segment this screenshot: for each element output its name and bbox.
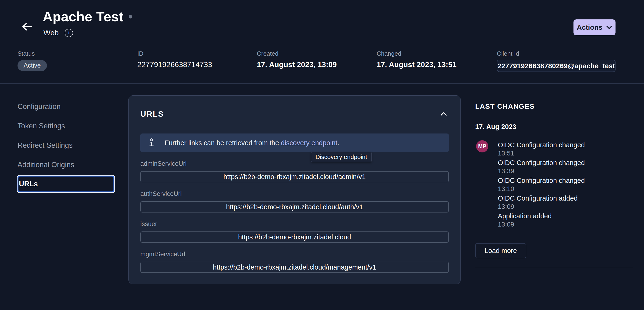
field-auth-service-url: authServiceUrl https://b2b-demo-rbxajm.z…: [140, 190, 449, 213]
field-label: issuer: [140, 220, 449, 228]
field-value[interactable]: https://b2b-demo-rbxajm.zitadel.cloud/ad…: [140, 171, 449, 182]
meta-status: Status Active: [18, 50, 47, 71]
meta-client-id: Client Id 227791926638780269@apache_test: [497, 50, 616, 72]
event-title: OIDC Configuration changed: [498, 141, 585, 149]
banner-text-before: Further links can be retrieved from the: [164, 139, 281, 146]
info-circle-icon[interactable]: i: [65, 29, 73, 37]
created-label: Created: [257, 50, 337, 57]
event-time: 13:09: [498, 221, 585, 228]
event-title: OIDC Configuration changed: [498, 177, 585, 185]
created-value: 17. August 2023, 13:09: [257, 60, 337, 69]
meta-created: Created 17. August 2023, 13:09: [257, 50, 337, 69]
list-item: OIDC Configuration changed 13:51: [498, 141, 585, 159]
discovery-endpoint-tooltip: Discovery endpoint: [311, 152, 372, 162]
field-issuer: issuer https://b2b-demo-rbxajm.zitadel.c…: [140, 220, 449, 243]
event-title: OIDC Configuration added: [498, 195, 585, 202]
status-label: Status: [18, 50, 47, 57]
urls-card-title: URLS: [140, 109, 164, 118]
changes-event-list: OIDC Configuration changed 13:51 OIDC Co…: [498, 141, 585, 230]
banner-text-after: .: [338, 139, 339, 146]
id-label: ID: [137, 50, 212, 57]
app-title-row: Apache Test: [43, 9, 132, 24]
client-id-label: Client Id: [497, 50, 616, 57]
client-id-value[interactable]: 227791926638780269@apache_test: [497, 60, 616, 72]
nav-item-token-settings[interactable]: Token Settings: [18, 116, 114, 136]
list-item: OIDC Configuration changed 13:39: [498, 159, 585, 177]
event-title: Application added: [498, 212, 585, 220]
changes-divider: [475, 268, 633, 268]
back-button[interactable]: [20, 19, 34, 34]
meta-id: ID 227791926638714733: [137, 50, 212, 69]
id-value: 227791926638714733: [137, 60, 212, 69]
status-dot-icon: [129, 15, 132, 19]
changed-value: 17. August 2023, 13:51: [377, 60, 456, 69]
changed-label: Changed: [377, 50, 456, 57]
field-value[interactable]: https://b2b-demo-rbxajm.zitadel.cloud/ma…: [140, 262, 449, 273]
info-icon: [149, 138, 154, 147]
last-changes-panel: LAST CHANGES 17. Aug 2023 MP OIDC Config…: [475, 95, 633, 273]
changes-date: 17. Aug 2023: [475, 123, 516, 131]
actions-button[interactable]: Actions: [574, 19, 616, 35]
urls-card: URLS Further links can be retrieved from…: [128, 95, 461, 284]
chevron-up-icon: [440, 112, 447, 116]
event-time: 13:09: [498, 203, 585, 210]
field-value[interactable]: https://b2b-demo-rbxajm.zitadel.cloud/au…: [140, 201, 449, 213]
event-time: 13:51: [498, 150, 585, 157]
last-changes-title: LAST CHANGES: [475, 102, 535, 110]
section-nav: Configuration Token Settings Redirect Se…: [18, 97, 116, 192]
field-mgmt-service-url: mgmtServiceUrl https://b2b-demo-rbxajm.z…: [140, 251, 449, 273]
urls-card-header: URLS: [140, 109, 449, 119]
discovery-endpoint-link[interactable]: discovery endpoint: [281, 139, 338, 146]
event-time: 13:39: [498, 167, 585, 175]
chevron-down-icon: [606, 26, 612, 29]
banner-text: Further links can be retrieved from the …: [164, 139, 339, 147]
list-item: OIDC Configuration added 13:09: [498, 195, 585, 212]
nav-item-urls[interactable]: URLs: [18, 176, 114, 192]
page-title: Apache Test: [43, 9, 124, 24]
field-label: mgmtServiceUrl: [140, 251, 449, 258]
avatar: MP: [476, 140, 488, 152]
nav-item-redirect-settings[interactable]: Redirect Settings: [18, 136, 114, 155]
list-item: OIDC Configuration changed 13:10: [498, 177, 585, 195]
app-type-label: Web: [44, 29, 58, 37]
header-divider: [0, 83, 644, 84]
field-label: adminServiceUrl: [140, 160, 449, 167]
event-title: OIDC Configuration changed: [498, 159, 585, 167]
list-item: Application added 13:09: [498, 212, 585, 230]
status-badge: Active: [18, 60, 47, 71]
collapse-button[interactable]: [438, 109, 449, 119]
app-subtitle-row: Web i: [44, 29, 73, 37]
meta-changed: Changed 17. August 2023, 13:51: [377, 50, 456, 69]
info-banner: Further links can be retrieved from the …: [140, 133, 449, 152]
load-more-button[interactable]: Load more: [475, 243, 526, 258]
event-time: 13:10: [498, 185, 585, 193]
field-label: authServiceUrl: [140, 190, 449, 198]
field-value[interactable]: https://b2b-demo-rbxajm.zitadel.cloud: [140, 231, 449, 243]
actions-button-label: Actions: [577, 23, 602, 31]
nav-item-additional-origins[interactable]: Additional Origins: [18, 155, 114, 174]
nav-item-configuration[interactable]: Configuration: [18, 97, 114, 116]
arrow-left-icon: [22, 22, 33, 31]
field-admin-service-url: adminServiceUrl https://b2b-demo-rbxajm.…: [140, 160, 449, 182]
